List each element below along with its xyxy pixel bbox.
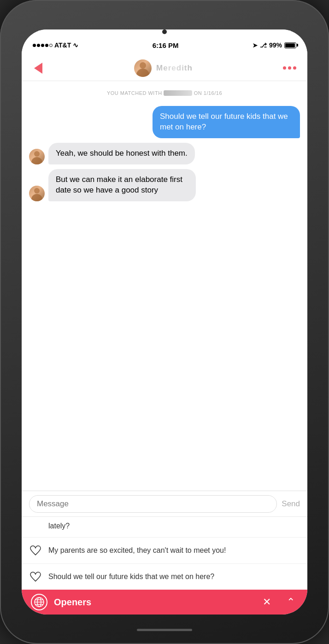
location-icon: ➤ xyxy=(253,42,258,49)
dot-3 xyxy=(293,66,296,70)
message-input[interactable] xyxy=(29,495,277,513)
chevron-up-button[interactable]: ⌃ xyxy=(283,595,298,609)
battery-fill xyxy=(285,43,295,47)
camera-dot xyxy=(162,29,167,34)
suggestions-panel: lately? My parents are so excited, they … xyxy=(22,516,307,590)
signal-dot-1 xyxy=(33,44,36,47)
battery-percentage: 99% xyxy=(269,41,282,49)
status-time: 6:16 PM xyxy=(153,41,179,49)
matched-name-blurred: ███████ xyxy=(164,90,192,96)
back-arrow-icon xyxy=(34,63,42,74)
message-bubble-sent-1: Should we tell our future kids that we m… xyxy=(153,106,300,138)
message-bubble-received-1: Yeah, we should be honest with them. xyxy=(48,143,195,164)
suggestion-item-2[interactable]: Should we tell our future kids that we m… xyxy=(22,564,307,590)
status-bar: AT&T ∿ 6:16 PM ➤ ⎇ 99% xyxy=(22,35,307,55)
heart-icon-0 xyxy=(29,520,42,533)
sender-avatar-1 xyxy=(29,149,45,164)
nav-avatar[interactable] xyxy=(134,59,152,77)
more-options-button[interactable] xyxy=(279,63,300,73)
bottom-actions: ✕ ⌃ xyxy=(259,595,298,609)
notch-area xyxy=(22,29,307,35)
chat-area: YOU MATCHED WITH ███████ ON 1/16/16 Shou… xyxy=(22,81,307,491)
nav-bar: Meredith xyxy=(22,55,307,81)
nav-center: Meredith xyxy=(47,59,279,77)
dot-2 xyxy=(288,66,291,70)
suggestion-text-2: Should we tell our future kids that we m… xyxy=(48,572,214,582)
heart-svg-1 xyxy=(30,545,41,556)
message-row-sent-1: Should we tell our future kids that we m… xyxy=(29,106,300,138)
send-button[interactable]: Send xyxy=(282,499,300,509)
heart-svg-2 xyxy=(30,571,41,582)
bluetooth-icon: ⎇ xyxy=(260,42,267,49)
battery-icon xyxy=(284,42,296,48)
phone-frame: AT&T ∿ 6:16 PM ➤ ⎇ 99% Meredith xyxy=(0,0,329,644)
suggestion-text-1: My parents are so excited, they can't wa… xyxy=(48,545,226,556)
nav-name: Meredith xyxy=(156,64,193,73)
heart-icon-1 xyxy=(29,544,42,557)
signal-bars xyxy=(33,44,53,47)
signal-dot-4 xyxy=(45,44,48,47)
message-bubble-received-2: But we can make it an elaborate first da… xyxy=(48,169,196,201)
dot-1 xyxy=(283,66,286,70)
close-button[interactable]: ✕ xyxy=(259,595,274,609)
signal-dot-3 xyxy=(41,44,44,47)
signal-dot-2 xyxy=(37,44,40,47)
message-row-received-2: But we can make it an elaborate first da… xyxy=(29,169,300,201)
back-button[interactable] xyxy=(29,59,47,77)
phone-screen: AT&T ∿ 6:16 PM ➤ ⎇ 99% Meredith xyxy=(22,29,307,615)
suggestion-item-1[interactable]: My parents are so excited, they can't wa… xyxy=(22,538,307,564)
signal-dot-5 xyxy=(49,44,53,47)
match-banner: YOU MATCHED WITH ███████ ON 1/16/16 xyxy=(29,90,300,96)
wifi-icon: ∿ xyxy=(73,41,78,49)
message-row-received-1: Yeah, we should be honest with them. xyxy=(29,143,300,164)
status-left: AT&T ∿ xyxy=(33,41,78,49)
suggestion-item-partial[interactable]: lately? xyxy=(22,517,307,538)
openers-label: Openers xyxy=(54,597,259,608)
bottom-bar: Openers ✕ ⌃ xyxy=(22,590,307,615)
home-indicator[interactable] xyxy=(137,629,192,631)
sender-avatar-2 xyxy=(29,186,45,201)
input-bar: Send xyxy=(22,491,307,516)
carrier-label: AT&T xyxy=(54,41,71,49)
globe-icon xyxy=(31,594,47,610)
suggestion-text-0: lately? xyxy=(48,522,70,530)
status-right: ➤ ⎇ 99% xyxy=(253,41,296,49)
heart-icon-2 xyxy=(29,570,42,583)
